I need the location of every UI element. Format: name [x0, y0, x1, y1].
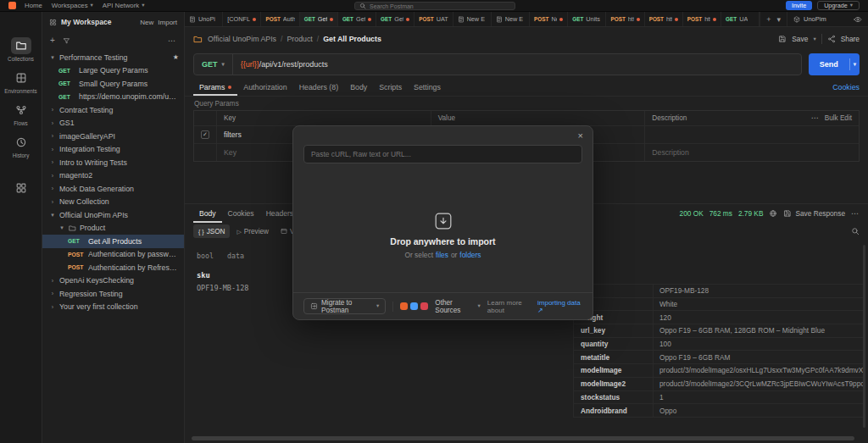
open-tab[interactable]: POSTUAT — [415, 12, 453, 26]
cookies-link[interactable]: Cookies — [832, 83, 860, 91]
open-tab[interactable]: POSThttp — [645, 12, 683, 26]
import-dropzone[interactable]: Drop anywhere to import Or select files … — [293, 163, 593, 292]
importing-data-link[interactable]: importing data ↗ — [537, 299, 582, 314]
environment-selector[interactable]: UnoPim — [787, 12, 848, 26]
environment-quick-look-icon[interactable] — [854, 15, 862, 24]
invite-button[interactable]: Invite — [786, 1, 812, 10]
collection-item-mock-data-generation[interactable]: ›Mock Data Generation — [42, 182, 184, 196]
save-button[interactable]: Save — [792, 35, 808, 43]
collection-item-official-unopim-apis[interactable]: ▾Official UnoPim APIs — [42, 208, 184, 222]
workspace-title[interactable]: My Workspace — [61, 18, 136, 26]
source-icon-orange[interactable] — [400, 302, 408, 310]
scrollbar-thumb[interactable] — [192, 436, 854, 440]
migrate-to-postman-button[interactable]: Migrate to Postman ▾ — [303, 298, 386, 314]
open-tab[interactable]: GETGet A — [338, 12, 376, 26]
collection-item-performance-testing[interactable]: ▾Performance Testing★ — [42, 51, 184, 64]
collection-item-new-collection[interactable]: ›New Collection — [42, 196, 184, 209]
rail-item-history[interactable]: History — [2, 134, 41, 158]
save-response-button[interactable]: Save Response — [783, 209, 845, 218]
tab-list-chevron-icon[interactable]: ▾ — [776, 15, 781, 24]
view-mode-preview[interactable]: ▷Preview — [231, 224, 274, 238]
menu-home[interactable]: Home — [25, 2, 42, 9]
files-link[interactable]: files — [436, 251, 448, 259]
open-tab[interactable]: POSThttp — [683, 12, 721, 26]
open-tab[interactable]: UnoPi — [185, 12, 223, 26]
collection-item-integration-testing[interactable]: ›Integration Testing — [42, 143, 184, 157]
open-tab[interactable]: New E — [492, 12, 530, 26]
request-item-authentication-by-password[interactable]: POSTAuthentication by password — [42, 248, 184, 262]
param-description-cell[interactable]: Description — [644, 144, 859, 161]
collection-item-regression-testing[interactable]: ›Regression Testing — [42, 287, 184, 301]
other-sources-button[interactable]: Other Sources ▾ — [435, 299, 481, 314]
collection-item-your-very-first-collection[interactable]: ›Your very first collection — [42, 301, 184, 314]
collection-item-contract-testing[interactable]: ›Contract Testing — [42, 103, 184, 117]
collection-item-imagegalleryapi[interactable]: ›imageGalleryAPI — [42, 130, 184, 143]
bulk-edit-button[interactable]: ⋯Bulk Edit — [811, 114, 852, 122]
rail-item-collections[interactable]: Collections — [2, 37, 41, 62]
rail-item-more[interactable] — [2, 180, 41, 197]
request-item-https-demo-unopim-com-uno[interactable]: GEThttps://demo.unopim.com/uno... — [42, 91, 184, 104]
open-tab[interactable]: GETGet A — [300, 12, 338, 26]
folders-link[interactable]: folders — [459, 251, 481, 259]
share-button[interactable]: Share — [841, 35, 860, 43]
upgrade-button[interactable]: Upgrade▾ — [817, 1, 860, 10]
import-button[interactable]: Import — [158, 19, 177, 26]
open-tab[interactable]: GETUA — [721, 12, 760, 26]
collection-item-product[interactable]: ▾Product — [42, 222, 184, 235]
request-item-small-query-params[interactable]: GETSmall Query Params — [42, 77, 184, 91]
view-mode-json[interactable]: { }JSON — [193, 224, 230, 238]
url-input[interactable]: {{url}}/api/v1/rest/products — [233, 60, 801, 69]
request-item-large-query-params[interactable]: GETLarge Query Params — [42, 64, 184, 78]
save-options-chevron-icon[interactable]: ▾ — [813, 36, 815, 42]
param-description-cell[interactable] — [644, 126, 859, 143]
collection-item-magento2[interactable]: ›magento2 — [42, 169, 184, 183]
new-tab-button[interactable]: + — [766, 15, 771, 24]
breadcrumb-item-product[interactable]: Product — [287, 35, 312, 43]
horizontal-scrollbar[interactable] — [192, 436, 861, 440]
open-tab[interactable]: GETGet A — [376, 12, 415, 26]
source-icon-red[interactable] — [420, 302, 428, 310]
open-tab[interactable]: GETUnits — [568, 12, 606, 26]
collection-item-intro-to-writing-tests[interactable]: ›Intro to Writing Tests — [42, 156, 184, 169]
breadcrumb-item-official-unopim-apis[interactable]: Official UnoPim APIs — [208, 35, 276, 43]
add-icon[interactable]: + — [50, 36, 55, 45]
source-icon-blue[interactable] — [410, 302, 418, 310]
param-checkbox[interactable]: ✓ — [201, 130, 209, 139]
network-icon[interactable] — [769, 209, 777, 218]
open-tab[interactable]: POSTNex — [530, 12, 568, 26]
import-url-input[interactable] — [303, 145, 582, 163]
open-tab[interactable]: New E — [453, 12, 492, 26]
request-item-get-all-products[interactable]: GETGet All Products — [42, 235, 184, 248]
new-button[interactable]: New — [140, 19, 153, 26]
breadcrumb-item-get-all-products[interactable]: Get All Products — [323, 35, 381, 43]
rail-item-environments[interactable]: Environments — [2, 69, 41, 94]
response-tab-cookies[interactable]: Cookies — [222, 204, 260, 223]
menu-api-network[interactable]: API Network▾ — [103, 2, 145, 9]
request-item-authentication-by-refresh-tok[interactable]: POSTAuthentication by Refresh tok... — [42, 261, 184, 274]
request-tab-settings[interactable]: Settings — [408, 78, 447, 96]
send-options-chevron-icon[interactable]: ▾ — [850, 62, 860, 68]
request-tab-params[interactable]: Params — [193, 78, 237, 96]
collection-item-gs1[interactable]: ›GS1 — [42, 117, 184, 130]
response-tab-body[interactable]: Body — [193, 204, 222, 223]
request-tab-authorization[interactable]: Authorization — [237, 78, 292, 96]
close-icon[interactable]: × — [578, 131, 583, 141]
open-tab[interactable]: [CONFLIC — [223, 12, 261, 26]
rail-item-flows[interactable]: Flows — [2, 102, 41, 126]
vertical-scrollbar[interactable] — [863, 245, 865, 428]
response-more-icon[interactable]: ⋯ — [851, 210, 860, 218]
params-more-icon[interactable]: ⋯ — [811, 114, 820, 122]
search-in-body-icon[interactable] — [851, 227, 860, 235]
request-tab-headers-8[interactable]: Headers (8) — [293, 78, 344, 96]
request-tab-body[interactable]: Body — [344, 78, 373, 96]
send-button[interactable]: Send ▾ — [809, 53, 860, 75]
open-tab[interactable]: POSThttp — [606, 12, 644, 26]
method-select[interactable]: GET ▾ — [194, 54, 232, 75]
open-tab[interactable]: POSTAuth — [261, 12, 299, 26]
global-search[interactable]: Search Postman — [354, 2, 515, 10]
filter-icon[interactable] — [63, 37, 70, 45]
collection-item-openai-keyschecking[interactable]: ›OpenAi KeysChecking — [42, 274, 184, 288]
request-tab-scripts[interactable]: Scripts — [373, 78, 408, 96]
menu-workspaces[interactable]: Workspaces▾ — [52, 2, 93, 9]
sidebar-more-icon[interactable]: ⋯ — [168, 37, 176, 45]
